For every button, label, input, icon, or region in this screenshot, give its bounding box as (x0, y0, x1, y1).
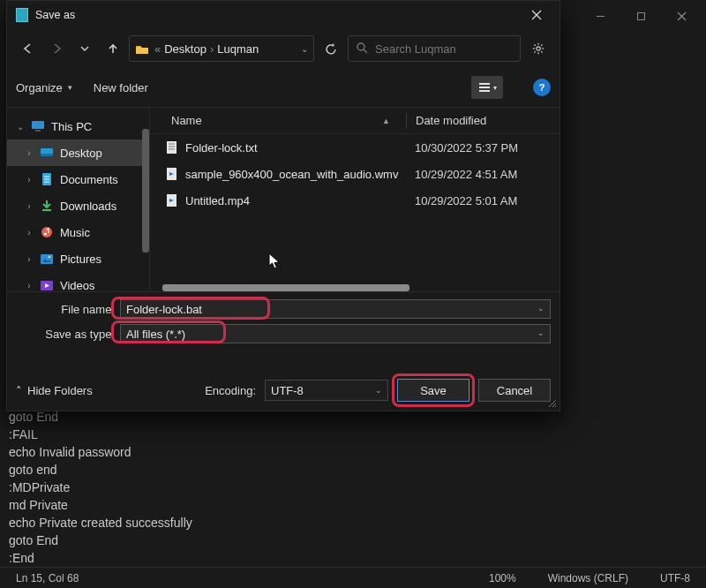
scrollbar-thumb[interactable] (162, 284, 409, 291)
saveastype-label: Save as type: (16, 328, 115, 341)
organize-button[interactable]: Organize ▾ (16, 81, 72, 94)
chevron-down-icon: ▾ (68, 83, 72, 92)
breadcrumb-item[interactable]: Luqman (217, 42, 259, 56)
svg-point-32 (49, 255, 51, 258)
list-view-icon (478, 82, 491, 93)
nav-tree[interactable]: ⌄ This PC › Desktop › Documents › Downlo… (7, 108, 150, 291)
text-file-icon (166, 140, 178, 155)
file-list[interactable]: Name ▲ Date modified Folder-lock.txt 10/… (150, 108, 560, 291)
statusbar-position: Ln 15, Col 68 (0, 572, 94, 584)
file-date: 10/29/2022 4:51 AM (406, 168, 560, 181)
editor-close-button[interactable] (662, 3, 701, 29)
chevron-right-icon[interactable]: › (25, 201, 34, 211)
editor-line: echo Private created successfully (9, 514, 697, 531)
hide-folders-button[interactable]: ˄ Hide Folders (16, 384, 93, 397)
tree-label: Music (60, 226, 90, 239)
editor-line: :MDPrivate (9, 479, 697, 496)
chevron-down-icon[interactable]: ⌄ (16, 122, 25, 132)
tree-item-documents[interactable]: › Documents (7, 166, 149, 192)
chevron-right-icon[interactable]: › (25, 228, 34, 237)
cancel-button[interactable]: Cancel (478, 379, 551, 402)
chevron-right-icon[interactable]: › (25, 254, 34, 264)
dialog-main: ⌄ This PC › Desktop › Documents › Downlo… (7, 107, 560, 291)
tree-label: Videos (60, 279, 95, 292)
editor-maximize-button[interactable] (621, 3, 660, 29)
dialog-toolbar: Organize ▾ New folder ▾ ? (7, 68, 560, 107)
save-button[interactable]: Save (397, 379, 469, 402)
file-list-hscrollbar[interactable] (162, 284, 547, 291)
breadcrumb-root-chevron[interactable]: « (154, 42, 161, 56)
statusbar-zoom[interactable]: 100% (473, 572, 532, 584)
svg-line-42 (555, 406, 556, 407)
scrollbar-thumb[interactable] (142, 129, 149, 253)
breadcrumb-bar[interactable]: « Desktop › Luqman ⌄ (129, 35, 314, 62)
chevron-down-icon[interactable]: ⌄ (375, 386, 382, 395)
dialog-close-button[interactable] (517, 2, 556, 28)
file-name: sample_960x400_ocean_with_audio.wmv (185, 168, 398, 181)
editor-minimize-button[interactable] (581, 3, 620, 29)
encoding-label: Encoding: (205, 384, 256, 397)
editor-line: echo Invalid password (9, 443, 697, 461)
tree-item-pictures[interactable]: › Pictures (7, 245, 149, 272)
tree-scrollbar[interactable] (142, 108, 149, 291)
nav-recent-dropdown[interactable] (72, 36, 97, 61)
svg-line-40 (549, 400, 556, 407)
folder-icon (135, 43, 149, 55)
filename-input[interactable]: Folder-lock.bat ⌄ (120, 299, 551, 319)
column-name[interactable]: Name (171, 114, 202, 127)
file-row[interactable]: Folder-lock.txt 10/30/2022 5:37 PM (150, 134, 560, 161)
save-label: Save (420, 384, 447, 397)
file-name: Untitled.mp4 (185, 194, 250, 207)
chevron-down-icon[interactable]: ⌄ (537, 328, 545, 337)
nav-back-button[interactable] (16, 36, 41, 61)
pc-icon (31, 119, 45, 133)
tree-label: Downloads (60, 200, 116, 213)
hide-folders-label: Hide Folders (27, 384, 93, 397)
encoding-select[interactable]: UTF-8 ⌄ (265, 380, 388, 401)
sort-asc-icon[interactable]: ▲ (382, 117, 390, 125)
chevron-right-icon[interactable]: › (25, 148, 34, 158)
settings-button[interactable] (526, 36, 551, 61)
chevron-right-icon[interactable]: › (25, 175, 34, 185)
help-button[interactable]: ? (533, 79, 551, 96)
svg-rect-34 (167, 141, 176, 154)
saveastype-select[interactable]: All files (*.*) ⌄ (120, 324, 551, 343)
editor-line: md Private (9, 496, 697, 514)
encoding-value: UTF-8 (271, 384, 304, 397)
dialog-titlebar: Save as (7, 1, 560, 29)
breadcrumb-item[interactable]: Desktop (164, 42, 207, 56)
file-row[interactable]: sample_960x400_ocean_with_audio.wmv 10/2… (150, 161, 560, 187)
tree-item-music[interactable]: › Music (7, 219, 149, 245)
chevron-right-icon: › (210, 42, 214, 56)
svg-rect-19 (479, 90, 490, 92)
notepad-icon (16, 8, 28, 22)
save-as-dialog: Save as « Desktop › Luqman (6, 0, 560, 411)
svg-rect-1 (637, 12, 644, 19)
tree-item-this-pc[interactable]: ⌄ This PC (7, 113, 149, 139)
chevron-down-icon[interactable]: ⌄ (537, 304, 545, 313)
file-name: Folder-lock.txt (185, 141, 258, 155)
chevron-right-icon[interactable]: › (25, 281, 34, 290)
new-folder-button[interactable]: New folder (94, 81, 148, 94)
nav-up-button[interactable] (101, 36, 125, 61)
tree-label: Desktop (60, 147, 102, 160)
search-input[interactable]: Search Luqman (348, 35, 521, 62)
svg-line-13 (534, 44, 535, 45)
refresh-button[interactable] (318, 35, 344, 62)
nav-forward-button[interactable] (44, 36, 69, 61)
statusbar-eol: Windows (CRLF) (532, 572, 644, 584)
resize-grip[interactable] (546, 397, 557, 408)
tree-item-downloads[interactable]: › Downloads (7, 192, 149, 219)
file-row[interactable]: Untitled.mp4 10/29/2022 5:01 AM (150, 187, 560, 214)
svg-rect-18 (479, 87, 490, 88)
view-mode-button[interactable]: ▾ (471, 76, 503, 99)
svg-point-8 (537, 47, 540, 50)
saveastype-value: All files (*.*) (126, 328, 185, 341)
editor-line: :End (9, 549, 697, 567)
column-date[interactable]: Date modified (416, 114, 486, 127)
tree-item-desktop[interactable]: › Desktop (7, 139, 149, 166)
breadcrumb-dropdown[interactable]: ⌄ (301, 44, 308, 54)
file-list-header[interactable]: Name ▲ Date modified (150, 108, 560, 134)
chevron-up-icon: ˄ (16, 384, 22, 397)
videos-icon (40, 278, 54, 292)
